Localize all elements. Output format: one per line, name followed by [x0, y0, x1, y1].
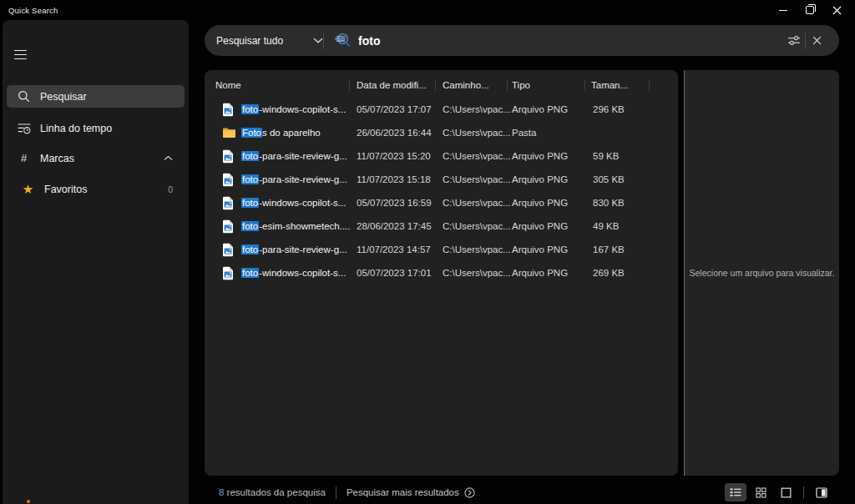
file-name: -para-site-review-g... [259, 174, 347, 184]
file-path: C:\Users\vpac... [443, 214, 511, 238]
preview-pane-toggle-button[interactable] [811, 483, 832, 501]
png-file-icon [222, 191, 234, 214]
column-divider[interactable] [507, 80, 508, 91]
sidebar-item-favoritos[interactable]: ★ Favoritos 0 [7, 178, 185, 200]
details-view-icon [730, 487, 741, 497]
search-input[interactable] [358, 34, 783, 48]
file-row[interactable]: foto-esim-showmetech.... 28/06/2023 17:4… [205, 214, 678, 238]
sidebar-item-label: Favoritos [44, 184, 87, 195]
column-divider[interactable] [435, 80, 436, 91]
folder-row[interactable]: Fotos do aparelho 26/06/2023 16:44 C:\Us… [205, 121, 678, 144]
file-date: 26/06/2023 16:44 [357, 121, 432, 144]
sidebar-item-pesquisar[interactable]: Pesquisar [7, 85, 185, 108]
file-size: 305 KB [593, 168, 625, 191]
column-header-tipo[interactable]: Tipo [512, 75, 530, 95]
file-type: Arquivo PNG [512, 238, 568, 261]
column-header-data[interactable]: Data de modifi... [357, 75, 427, 95]
results-label: resultados da pesquisa [227, 487, 326, 497]
clear-search-button[interactable] [806, 30, 827, 52]
menu-button[interactable] [14, 50, 27, 59]
file-row[interactable]: foto-windows-copilot-s... 05/07/2023 17:… [205, 261, 678, 285]
png-file-icon [222, 98, 234, 121]
search-more-results-button[interactable]: Pesquisar mais resultados [347, 487, 475, 498]
png-file-icon [222, 168, 234, 191]
file-row[interactable]: foto-para-site-review-g... 11/07/2023 15… [205, 168, 678, 191]
file-name: -para-site-review-g... [259, 244, 347, 255]
file-size: 830 KB [593, 191, 625, 214]
sidebar-item-label: Linha do tempo [40, 123, 112, 134]
star-icon: ★ [20, 183, 36, 195]
large-icons-view-icon [781, 487, 792, 498]
match-highlight: foto [241, 151, 259, 161]
details-view-button[interactable] [725, 483, 746, 501]
divider [803, 486, 804, 499]
sidebar-item-marcas[interactable]: # Marcas [7, 147, 185, 169]
chevron-right-circle-icon [464, 487, 475, 498]
sidebar: Pesquisar Linha do tempo # Marcas ★ Favo… [3, 20, 189, 504]
file-row[interactable]: foto-para-site-review-g... 11/07/2023 14… [205, 238, 678, 261]
filter-sliders-icon [787, 35, 801, 46]
file-date: 11/07/2023 15:18 [357, 168, 431, 191]
file-row[interactable]: foto-windows-copilot-s... 05/07/2023 17:… [205, 98, 678, 121]
file-type: Pasta [512, 121, 536, 144]
titlebar: Quick Search [0, 0, 855, 20]
grid-view-button[interactable] [750, 483, 772, 501]
favorites-count: 0 [168, 184, 173, 194]
large-icons-view-button[interactable] [775, 483, 797, 501]
divider [336, 486, 336, 499]
match-highlight: foto [241, 174, 259, 184]
window-title: Quick Search [8, 6, 58, 15]
sidebar-item-label: Marcas [40, 153, 74, 164]
match-highlight: Foto [241, 128, 262, 138]
png-file-icon [222, 214, 234, 238]
png-file-icon [222, 144, 234, 168]
column-divider[interactable] [349, 80, 350, 91]
search-scope-dropdown[interactable]: Pesquisar tudo [216, 35, 323, 47]
search-bar: Pesquisar tudo [205, 25, 839, 56]
close-button[interactable] [823, 0, 850, 20]
results-summary: 8 resultados da pesquisa [219, 487, 326, 497]
file-row[interactable]: foto-para-site-review-g... 11/07/2023 15… [205, 144, 678, 168]
chevron-up-icon[interactable] [164, 155, 173, 161]
file-path: C:\Users\vpac... [443, 261, 511, 285]
file-name: -windows-copilot-s... [259, 268, 346, 278]
match-highlight: foto [241, 221, 259, 231]
sidebar-item-linha-do-tempo[interactable]: Linha do tempo [7, 117, 185, 139]
file-size: 296 KB [593, 98, 625, 121]
settings-button[interactable]: ⚙ Configurações [7, 498, 185, 504]
file-path: C:\Users\vpac... [443, 168, 511, 191]
results-count: 8 [219, 487, 224, 497]
grid-view-icon [756, 487, 766, 498]
table-header: Nome Data de modifi... Caminho... Tipo T… [205, 75, 678, 95]
file-size: 269 KB [593, 261, 625, 285]
search-icon [16, 90, 32, 103]
file-type: Arquivo PNG [512, 98, 568, 121]
view-mode-buttons [725, 483, 832, 501]
match-highlight: foto [241, 244, 259, 255]
preview-panel: Selecione um arquivo para visualizar. [684, 70, 839, 476]
file-row[interactable]: foto-windows-copilot-s... 05/07/2023 16:… [205, 191, 678, 214]
filters-button[interactable] [783, 30, 805, 52]
folder-icon [222, 121, 236, 144]
minimize-button[interactable] [770, 0, 797, 20]
png-file-icon [222, 238, 234, 261]
column-header-nome[interactable]: Nome [215, 75, 241, 95]
column-divider[interactable] [584, 80, 585, 91]
file-name: -windows-copilot-s... [259, 198, 346, 208]
file-date: 11/07/2023 15:20 [357, 144, 431, 168]
file-path: C:\Users\vpac... [443, 144, 511, 168]
results-list: foto-windows-copilot-s... 05/07/2023 17:… [205, 98, 678, 285]
results-panel: Nome Data de modifi... Caminho... Tipo T… [205, 70, 678, 476]
close-icon [832, 6, 842, 15]
search-more-label: Pesquisar mais resultados [347, 487, 459, 497]
status-bar: 8 resultados da pesquisa Pesquisar mais … [205, 481, 839, 504]
file-type: Arquivo PNG [512, 168, 568, 191]
file-size: 167 KB [593, 238, 625, 261]
column-divider[interactable] [649, 80, 650, 91]
preview-placeholder: Selecione um arquivo para visualizar. [690, 268, 835, 278]
restore-button[interactable] [797, 0, 823, 20]
column-header-caminho[interactable]: Caminho... [443, 75, 489, 95]
column-header-tamanho[interactable]: Taman... [591, 75, 628, 95]
file-date: 05/07/2023 16:59 [357, 191, 432, 214]
file-name: s do aparelho [262, 128, 321, 138]
